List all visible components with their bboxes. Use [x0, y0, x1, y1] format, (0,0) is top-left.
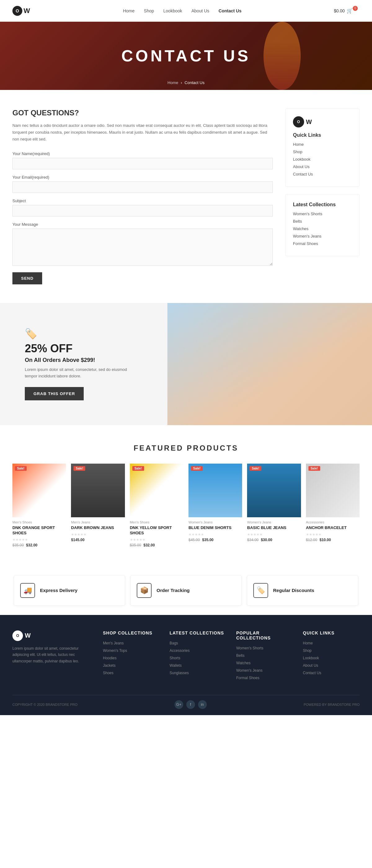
- product-image[interactable]: Sale!: [12, 464, 66, 517]
- product-card: Sale! Accessories ANCHOR BRACELET ★★★★★ …: [306, 464, 360, 547]
- sidebar-link-home[interactable]: Home: [293, 142, 304, 147]
- product-card: Sale! Men's Shoes DNK YELLOW SPORT SHOES…: [130, 464, 184, 547]
- product-card: Sale! Women's Jeans BASIC BLUE JEANS ★★★…: [247, 464, 301, 547]
- sidebar-logo: O W: [293, 116, 352, 127]
- product-stars: ★★★★★: [247, 532, 301, 536]
- footer-ql-home[interactable]: Home: [303, 641, 313, 645]
- product-image[interactable]: Sale!: [306, 464, 360, 517]
- product-prices: $35.00 $32.00: [130, 543, 184, 547]
- footer-link-mens-jeans[interactable]: Men's Jeans: [103, 641, 124, 645]
- product-image[interactable]: Sale!: [71, 464, 125, 517]
- product-image[interactable]: Sale!: [130, 464, 184, 517]
- send-button[interactable]: SEND: [12, 272, 42, 284]
- footer-link-hoodies[interactable]: Hoodies: [103, 656, 117, 660]
- footer-link-formal-shoes[interactable]: Formal Shoes: [236, 676, 259, 680]
- footer-description: Lorem ipsum dolor sit amet, consectetur …: [12, 645, 93, 664]
- breadcrumb-home[interactable]: Home: [167, 80, 178, 85]
- grab-offer-button[interactable]: GRAB THIS OFFER: [25, 387, 84, 400]
- footer-quick-list: Home Shop Lookbook About Us Contact Us: [303, 640, 360, 675]
- price-new: $35.00: [202, 538, 214, 542]
- sidebar-latest-womens-jeans[interactable]: Women's Jeans: [293, 234, 321, 239]
- footer-link-bags[interactable]: Bags: [169, 641, 178, 645]
- product-name[interactable]: ANCHOR BRACELET: [306, 525, 360, 531]
- product-name[interactable]: DARK BROWN JEANS: [71, 525, 125, 531]
- sidebar-link-contact[interactable]: Contact Us: [293, 172, 313, 177]
- sidebar-latest-watches[interactable]: Watches: [293, 226, 308, 231]
- footer-link-womens-tops[interactable]: Women's Tops: [103, 648, 127, 653]
- product-name[interactable]: BLUE DENIM SHORTS: [188, 525, 242, 531]
- logo[interactable]: O W: [12, 6, 31, 16]
- sidebar-logo-wordmark: W: [306, 119, 312, 126]
- sale-badge: Sale!: [132, 466, 144, 471]
- message-textarea[interactable]: [12, 228, 273, 266]
- contact-form-area: GOT QUESTIONS? Nam nec tellus a odio tin…: [12, 108, 273, 284]
- copyright-text: COPYRIGHT © 2020 BRANDSTORE PRO: [12, 703, 78, 707]
- express-delivery-label: Express Delivery: [40, 588, 78, 593]
- price-new: $145.00: [71, 538, 84, 542]
- product-image[interactable]: Sale!: [188, 464, 242, 517]
- footer-link-shorts[interactable]: Shorts: [169, 656, 180, 660]
- footer-ql-about[interactable]: About Us: [303, 663, 318, 668]
- subject-group: Subject: [12, 198, 273, 216]
- footer-link-womens-jeans[interactable]: Women's Jeans: [236, 668, 262, 673]
- featured-title: FEATURED PRODUCTS: [12, 444, 360, 453]
- footer-link-watches[interactable]: Watches: [236, 661, 250, 665]
- order-tracking-icon: 📦: [137, 583, 152, 598]
- service-express-delivery: 🚚 Express Delivery: [13, 575, 125, 606]
- product-name[interactable]: DNK ORANGE SPORT SHOES: [12, 525, 66, 536]
- order-tracking-label: Order Tracking: [157, 588, 190, 593]
- product-name[interactable]: BASIC BLUE JEANS: [247, 525, 301, 531]
- footer-link-belts[interactable]: Belts: [236, 653, 245, 658]
- social-googleplus[interactable]: G+: [175, 700, 183, 709]
- social-facebook[interactable]: f: [186, 700, 195, 709]
- footer-link-womens-shorts[interactable]: Women's Shorts: [236, 646, 263, 650]
- latest-collections-title: Latest Collections: [293, 202, 352, 208]
- message-label: Your Message: [12, 222, 273, 227]
- nav-lookbook[interactable]: Lookbook: [163, 8, 182, 13]
- nav-shop[interactable]: Shop: [144, 8, 154, 13]
- footer-ql-contact[interactable]: Contact Us: [303, 671, 321, 675]
- product-name[interactable]: DNK YELLOW SPORT SHOES: [130, 525, 184, 536]
- product-category: Men's Shoes: [12, 520, 66, 524]
- sidebar: O W Quick Links Home Shop Lookbook About…: [285, 108, 360, 284]
- nav-home[interactable]: Home: [123, 8, 134, 13]
- email-input[interactable]: [12, 181, 273, 193]
- sidebar-latest-formal-shoes[interactable]: Formal Shoes: [293, 241, 318, 246]
- nav-about[interactable]: About Us: [192, 8, 210, 13]
- footer-link-wallets[interactable]: Wallets: [169, 663, 182, 668]
- quick-links-list: Home Shop Lookbook About Us Contact Us: [293, 142, 352, 177]
- product-category: Men's Jeans: [71, 520, 125, 524]
- nav-contact[interactable]: Contact Us: [219, 8, 242, 13]
- footer-link-accessories[interactable]: Accessories: [169, 648, 190, 653]
- product-stars: ★★★★★: [130, 538, 184, 542]
- footer-popular-list: Women's Shorts Belts Watches Women's Jea…: [236, 645, 293, 680]
- header: O W Home Shop Lookbook About Us Contact …: [0, 0, 372, 22]
- product-stars: ★★★★★: [188, 532, 242, 536]
- main-section: GOT QUESTIONS? Nam nec tellus a odio tin…: [0, 90, 372, 303]
- footer-link-sunglasses[interactable]: Sunglasses: [169, 671, 189, 675]
- sidebar-link-shop[interactable]: Shop: [293, 150, 302, 154]
- promo-subtitle: On All Orders Above $299!: [25, 357, 136, 364]
- sidebar-link-about[interactable]: About Us: [293, 164, 309, 169]
- footer-popular-collections: Popular Collections Women's Shorts Belts…: [236, 630, 293, 683]
- sidebar-latest-belts[interactable]: Belts: [293, 219, 302, 224]
- name-label: Your Name(required): [12, 151, 273, 156]
- product-card: Sale! Women's Jeans BLUE DENIM SHORTS ★★…: [188, 464, 242, 547]
- subject-input[interactable]: [12, 205, 273, 216]
- footer-logo: O W: [12, 630, 93, 641]
- sidebar-link-lookbook[interactable]: Lookbook: [293, 157, 310, 161]
- footer-link-shoes[interactable]: Shoes: [103, 671, 114, 675]
- footer-popular-title: Popular Collections: [236, 630, 293, 640]
- footer-link-jackets[interactable]: Jackets: [103, 663, 116, 668]
- footer-shop-list: Men's Jeans Women's Tops Hoodies Jackets…: [103, 640, 160, 675]
- cart-button[interactable]: $0.00 🛒 0: [334, 8, 360, 13]
- name-input[interactable]: [12, 158, 273, 169]
- footer-latest-list: Bags Accessories Shorts Wallets Sunglass…: [169, 640, 226, 675]
- sidebar-latest-womens-shorts[interactable]: Women's Shorts: [293, 212, 322, 216]
- product-image[interactable]: Sale!: [247, 464, 301, 517]
- product-category: Men's Shoes: [130, 520, 184, 524]
- hero-title: CONTACT US: [121, 46, 250, 65]
- footer-ql-shop[interactable]: Shop: [303, 648, 312, 653]
- social-linkedin[interactable]: in: [198, 700, 207, 709]
- footer-ql-lookbook[interactable]: Lookbook: [303, 656, 319, 660]
